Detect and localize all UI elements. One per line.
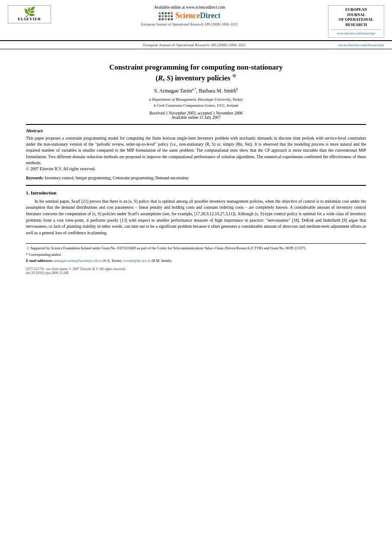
header-center: Available online at www.sciencedirect.co… <box>51 5 328 26</box>
email1-link[interactable]: armagan.tarim@hacettepe.edu.tr <box>54 258 102 263</box>
page: 🌿 ELSEVIER Available online at www.scien… <box>0 0 392 535</box>
sciencedirect-logo: ScienceDirect <box>175 11 221 20</box>
page-header: 🌿 ELSEVIER Available online at www.scien… <box>0 0 392 41</box>
keywords-content: Inventory control; Integer programming; … <box>45 176 189 180</box>
email-label: E-mail addresses: <box>26 258 53 263</box>
header-secondary: European Journal of Operational Research… <box>0 41 392 49</box>
doi-line: doi:10.1016/j.ejor.2006.11.048 <box>26 271 366 275</box>
sd-direct-text: Direct <box>200 11 221 20</box>
abstract-body: This paper proposes a constraint program… <box>26 135 366 172</box>
authors-line: S. Armagan Tarima,*, Barbara M. Smithb <box>26 87 366 94</box>
keywords-section: Keywords: Inventory control; Integer pro… <box>26 175 366 181</box>
affil-b: b Cork Constraint Computation Centre, UC… <box>26 103 366 109</box>
abstract-content: This paper proposes a constraint program… <box>26 136 366 165</box>
corresponding-note: * Corresponding author. <box>26 252 366 258</box>
title-line1: Constraint programming for computing non… <box>109 63 283 71</box>
author2-sup: b <box>236 87 238 91</box>
keywords-label: Keywords: <box>26 176 44 180</box>
paper-title: Constraint programming for computing non… <box>26 62 366 83</box>
dates: Received 1 November 2005; accepted 1 Nov… <box>26 111 366 120</box>
star-symbol: ☆ <box>26 246 30 250</box>
journal-url: www.elsevier.com/locate/ejor <box>331 32 381 35</box>
email2-link[interactable]: b.smith@4c.ucc.ie <box>123 258 150 263</box>
elsevier-label: ELSEVIER <box>12 17 47 21</box>
journal-name-box: EUROPEAN JOURNAL OF OPERATIONAL RESEARCH… <box>328 5 384 38</box>
journal-info-header: European Journal of Operational Research… <box>55 22 324 26</box>
affiliations: a Department of Management, Hacettepe Un… <box>26 97 366 108</box>
affil-a: a Department of Management, Hacettepe Un… <box>26 97 366 103</box>
title-line2: (R, S) inventory policies <box>156 73 230 82</box>
abstract-heading: Abstract <box>26 128 366 133</box>
main-content: Constraint programming for computing non… <box>0 49 392 284</box>
email-note: E-mail addresses: armagan.tarim@hacettep… <box>26 258 366 264</box>
corresponding-text: * Corresponding author. <box>26 252 61 257</box>
email2-name: (B.M. Smith). <box>151 258 172 263</box>
journal-full-name: EUROPEAN JOURNAL OF OPERATIONAL RESEARCH <box>331 7 381 28</box>
star-footnote-text: Supported by Science Foundation Ireland … <box>30 246 306 250</box>
title-star: ☆ <box>232 73 236 78</box>
elsevier-logo: 🌿 ELSEVIER <box>8 5 51 23</box>
footer-area: ☆ Supported by Science Foundation Irelan… <box>26 243 366 275</box>
footer-bottom: 0377-2217/$ - see front matter © 2007 El… <box>26 267 366 275</box>
journal-citation: European Journal of Operational Research… <box>143 43 246 47</box>
author1-name: S. Armagan Tarim <box>154 88 192 94</box>
section-introduction: 1. Introduction In his seminal paper, Sc… <box>26 190 366 236</box>
journal-website: www.elsevier.com/locate/ejor <box>338 43 384 47</box>
available-online-text: Available online at www.sciencedirect.co… <box>55 5 324 10</box>
abstract-section: Abstract This paper proposes a constrain… <box>26 128 366 172</box>
email1-name: (S.A. Tarim), <box>103 258 122 263</box>
section1-para1: In his seminal paper, Scarf [21] proves … <box>26 198 366 236</box>
abstract-copyright: © 2007 Elsevier B.V. All rights reserved… <box>26 166 96 171</box>
received-date: Received 1 November 2005; accepted 1 Nov… <box>26 111 366 115</box>
abstract-divider <box>26 185 366 186</box>
title-divider <box>26 124 366 125</box>
star-footnote: ☆ Supported by Science Foundation Irelan… <box>26 246 366 251</box>
available-date: Available online 15 July 2007 <box>26 115 366 120</box>
sd-science-text: Science <box>175 11 200 20</box>
section1-title: 1. Introduction <box>26 190 366 195</box>
issn-line: 0377-2217/$ - see front matter © 2007 El… <box>26 267 366 271</box>
section1-body: In his seminal paper, Scarf [21] proves … <box>26 198 366 236</box>
author1-sup: a,* <box>192 87 197 91</box>
author2-name: , Barbara M. Smith <box>196 88 236 94</box>
